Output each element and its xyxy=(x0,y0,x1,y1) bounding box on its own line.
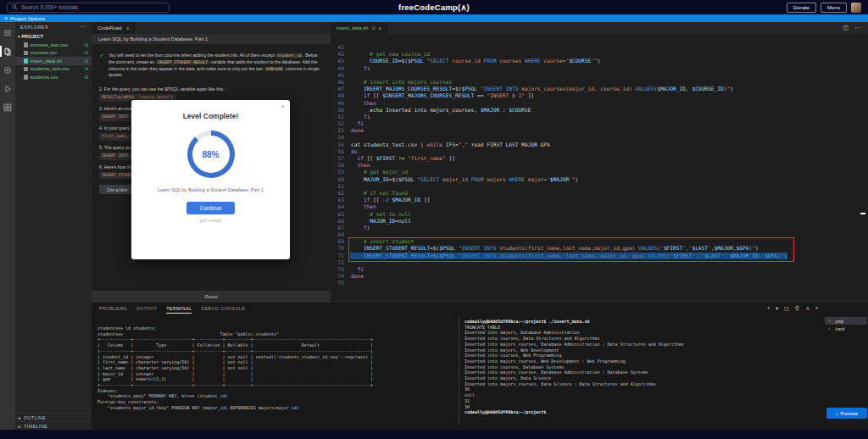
file-item-courses_test.csv[interactable]: courses_test.csvU xyxy=(15,41,92,49)
terminal-line: Inserted into courses, Web Programming xyxy=(465,353,822,358)
chevron-right-icon: ▸ xyxy=(19,415,21,420)
panel-tab-output[interactable]: OUTPUT xyxy=(136,303,157,314)
terminal-line: Inserted into majors_courses, Data Scien… xyxy=(465,381,822,387)
git-status-badge: U xyxy=(85,58,88,64)
terminal-line: Inserted into majors_courses, Database A… xyxy=(465,342,822,347)
chevron-down-icon[interactable]: ▾ xyxy=(776,305,779,312)
code-line: then xyxy=(351,203,860,210)
modal-subtitle: Learn SQL by Building a Student Database… xyxy=(131,187,290,194)
code-line xyxy=(351,72,860,79)
menu-button[interactable]: Menu xyxy=(821,3,847,13)
maximize-panel-icon[interactable]: ∧ xyxy=(805,305,810,312)
editor-actions: ◫ ⋯ xyxy=(843,22,868,34)
reset-button[interactable]: Reset xyxy=(92,291,331,302)
close-icon[interactable]: × xyxy=(126,25,130,31)
terminal-list-item-psql[interactable]: >_psql xyxy=(825,317,867,325)
file-icon xyxy=(24,58,28,64)
terminal-line: | gpa | numeric(2,1) | | | | xyxy=(97,376,457,382)
modal-title: Level Complete! xyxy=(131,112,290,120)
panel-tab-problems[interactable]: PROBLEMS xyxy=(99,303,127,314)
terminal-line: | first_name | character varying(50) | |… xyxy=(97,359,457,365)
terminal-line: codeally@b4dd5df09bca:~/project$ xyxy=(465,409,822,415)
code-line: fi xyxy=(351,114,860,120)
inline-code: INSERT_STUDENT_RESULT xyxy=(156,60,209,64)
code-line: do xyxy=(351,148,860,155)
terminal-line: | last_name | character varying(50) | | … xyxy=(97,365,457,371)
git-status-badge: U xyxy=(85,50,88,55)
explorer-more-actions-icon[interactable]: ⋯ xyxy=(81,24,87,31)
code-line xyxy=(351,183,860,190)
kill-terminal-icon[interactable] xyxy=(794,305,800,311)
run-debug-icon[interactable] xyxy=(0,81,15,96)
status-bar xyxy=(0,430,868,439)
psql-terminal[interactable]: students=> \d students;students=> Table … xyxy=(97,314,457,428)
file-item-courses.csv[interactable]: courses.csvU xyxy=(15,49,92,58)
terminal-line: Inserted into majors_courses, Web Develo… xyxy=(465,358,822,364)
code-line: fi xyxy=(351,266,860,273)
code-editor[interactable]: 4142434445464748495051525354555657585960… xyxy=(331,34,868,302)
sidebar-section-outline[interactable]: ▸OUTLINE xyxy=(15,413,92,421)
terminal-line: Inserted into majors_courses, Database A… xyxy=(465,370,822,375)
menu-icon[interactable] xyxy=(0,25,15,40)
preview-button[interactable]: › Preview xyxy=(826,408,867,419)
chevron-right-icon: ▸ xyxy=(19,424,21,429)
split-editor-icon[interactable]: ◫ xyxy=(843,25,849,31)
code-line: MAJOR_ID=null xyxy=(351,218,860,225)
terminal-line: null xyxy=(465,392,822,398)
tab-insert-data-sh[interactable]: insert_data.sh U × xyxy=(331,22,389,34)
git-status-badge: U xyxy=(85,66,88,71)
progress-ring: 88% xyxy=(187,131,235,178)
terminal-list-item-bash[interactable]: >_bash xyxy=(825,325,867,332)
avatar[interactable] xyxy=(851,3,861,13)
terminal-line: Indexes: xyxy=(97,388,457,394)
close-panel-icon[interactable]: × xyxy=(815,305,819,311)
coderoad-icon[interactable] xyxy=(0,63,15,77)
fcc-logo[interactable]: freeCodeCamp(∧) xyxy=(398,3,470,12)
code-line: # insert into majors_courses xyxy=(351,79,860,86)
code-line: fi xyxy=(351,225,860,231)
bash-terminal[interactable]: codeally@b4dd5df09bca:~/project$ ./inser… xyxy=(465,314,822,428)
tab-coderoad[interactable]: CodeRoad × xyxy=(92,22,136,34)
code-line xyxy=(351,280,860,286)
search-input[interactable]: Search 9,000+ tutorials xyxy=(7,3,170,13)
continue-button[interactable]: Continue xyxy=(186,202,234,214)
fcc-header: Search 9,000+ tutorials freeCodeCamp(∧) … xyxy=(0,0,868,14)
project-section-header[interactable]: ▾ PROJECT xyxy=(15,32,92,41)
terminal-line: 30 xyxy=(465,386,822,392)
modal-close-icon[interactable]: × xyxy=(281,103,285,110)
terminal-line: Inserted into majors, Data Science xyxy=(465,375,822,381)
explorer-icon[interactable] xyxy=(0,44,15,58)
donate-button[interactable]: Donate xyxy=(787,3,816,13)
code-line: if [[ -z $MAJOR_ID ]] xyxy=(351,197,860,203)
git-status-badge: U xyxy=(85,42,88,47)
terminal-line: | student_id | integer | | not null | ne… xyxy=(97,354,457,360)
sidebar-section-timeline[interactable]: ▸TIMELINE xyxy=(15,421,92,430)
panel-tab-terminal[interactable]: TERMINAL xyxy=(166,303,192,314)
code-line: INSERT_MAJORS_COURSES_RESULT=$($PSQL "IN… xyxy=(351,86,860,92)
terminal-line: Foreign-key constraints: xyxy=(97,399,457,405)
terminal-line: | major_id | integer | | | | xyxy=(97,371,457,377)
new-terminal-icon[interactable]: + xyxy=(767,305,771,311)
search-icon xyxy=(12,4,18,10)
more-actions-icon[interactable]: ⋯ xyxy=(854,25,860,31)
coderoad-highlight-box xyxy=(348,237,794,262)
split-terminal-icon[interactable]: ◫ xyxy=(784,305,790,312)
code-line: # get new course_id xyxy=(351,51,860,58)
get-hint-button[interactable]: Get a Hint xyxy=(99,185,135,194)
terminal-line: students=> Table "public.students" xyxy=(97,331,457,337)
close-icon[interactable]: × xyxy=(379,25,382,31)
list-icon: ≡ xyxy=(4,16,8,21)
file-item-students.csv[interactable]: students.csvU xyxy=(15,73,92,81)
project-options-bar[interactable]: ≡ Project Options xyxy=(0,14,868,22)
terminal-line: +------------+-----------------------+--… xyxy=(97,382,457,388)
panel-tab-debug-console[interactable]: DEBUG CONSOLE xyxy=(201,303,245,314)
git-status-badge: U xyxy=(372,25,376,31)
shortcut-hint: (ctrl + enter) xyxy=(131,219,290,223)
file-icon xyxy=(24,42,28,47)
explorer-sidebar: EXPLORER ⋯ ▾ PROJECT courses_test.csvUco… xyxy=(15,22,92,430)
code-line: then xyxy=(351,162,860,169)
file-item-students_test.csv[interactable]: students_test.csvU xyxy=(15,65,92,74)
extensions-icon[interactable] xyxy=(0,100,15,114)
terminal-line: "students_pkey" PRIMARY KEY, btree (stud… xyxy=(97,393,457,399)
file-item-insert_data.sh[interactable]: insert_data.shU xyxy=(15,57,92,65)
